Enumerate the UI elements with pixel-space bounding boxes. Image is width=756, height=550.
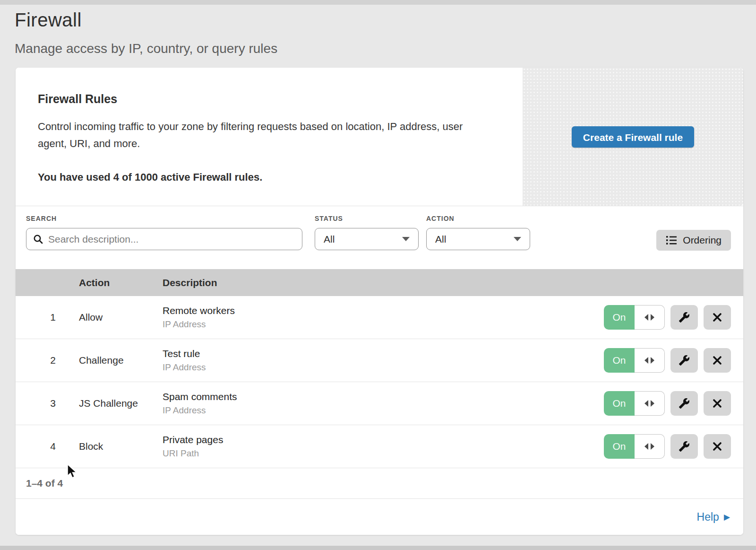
rule-match-type: IP Address	[163, 405, 604, 416]
rules-table-body: 1 Allow Remote workers IP Address On	[16, 296, 743, 468]
rule-description: Test rule	[163, 348, 604, 359]
search-label: SEARCH	[26, 215, 302, 222]
ordering-button[interactable]: Ordering	[656, 230, 731, 251]
firewall-rules-card: Firewall Rules Control incoming traffic …	[16, 68, 743, 535]
toggle-on-label: On	[604, 305, 635, 330]
description-column-header: Description	[163, 277, 743, 288]
status-select[interactable]: All	[315, 228, 419, 250]
toggle-arrows-icon	[635, 434, 665, 459]
rule-action: Block	[79, 441, 163, 452]
rule-description: Remote workers	[163, 305, 604, 316]
rule-description-cell: Private pages URI Path	[163, 434, 604, 459]
rule-action: Challenge	[79, 355, 163, 366]
action-selected-value: All	[435, 234, 446, 245]
x-icon	[713, 356, 722, 365]
rule-description-cell: Spam comments IP Address	[163, 391, 604, 416]
table-header: Action Description	[16, 269, 743, 296]
overview-heading: Firewall Rules	[38, 92, 490, 106]
create-rule-panel: Create a Firewall rule	[523, 68, 743, 206]
table-row: 3 JS Challenge Spam comments IP Address …	[16, 382, 743, 425]
action-column-header: Action	[79, 277, 163, 288]
chevron-down-icon	[514, 237, 521, 241]
page-subtitle: Manage access by IP, country, or query r…	[15, 41, 756, 56]
usage-summary: You have used 4 of 1000 active Firewall …	[38, 171, 490, 183]
action-select[interactable]: All	[426, 228, 530, 250]
wrench-icon	[679, 312, 690, 323]
page-header: Firewall Manage access by IP, country, o…	[0, 0, 756, 56]
overview-text: Firewall Rules Control incoming traffic …	[16, 68, 519, 206]
rule-priority: 2	[16, 355, 56, 366]
rule-controls: On	[604, 305, 743, 330]
chevron-down-icon	[402, 237, 410, 241]
edit-rule-button[interactable]	[670, 391, 698, 416]
edit-rule-button[interactable]	[670, 348, 698, 373]
rule-action: Allow	[79, 312, 163, 323]
rule-controls: On	[604, 391, 743, 416]
toggle-arrows-icon	[635, 305, 665, 330]
rule-controls: On	[604, 434, 743, 459]
action-filter: ACTION All	[419, 215, 530, 250]
card-footer: Help ▶	[16, 499, 743, 535]
rule-enabled-toggle[interactable]: On	[604, 348, 665, 373]
table-row: 1 Allow Remote workers IP Address On	[16, 296, 743, 339]
filter-bar: SEARCH STATUS All ACTION All	[16, 206, 743, 269]
rule-match-type: IP Address	[163, 319, 604, 330]
rule-enabled-toggle[interactable]: On	[604, 305, 665, 330]
search-icon	[33, 234, 43, 244]
search-input[interactable]	[48, 234, 295, 245]
table-row: 4 Block Private pages URI Path On	[16, 425, 743, 468]
page-title: Firewall	[15, 9, 756, 31]
help-link[interactable]: Help ▶	[697, 511, 730, 524]
table-row: 2 Challenge Test rule IP Address On	[16, 339, 743, 382]
delete-rule-button[interactable]	[704, 305, 731, 330]
pagination-status: 1–4 of 4	[16, 468, 743, 499]
ordered-list-icon	[666, 235, 677, 245]
wrench-icon	[679, 355, 690, 366]
create-firewall-rule-button[interactable]: Create a Firewall rule	[572, 126, 694, 148]
delete-rule-button[interactable]	[704, 434, 731, 459]
edit-rule-button[interactable]	[670, 434, 698, 459]
toggle-on-label: On	[604, 348, 635, 373]
wrench-icon	[679, 398, 690, 409]
overview-description: Control incoming traffic to your zone by…	[38, 118, 490, 152]
toggle-arrows-icon	[635, 391, 665, 416]
rule-description-cell: Remote workers IP Address	[163, 305, 604, 330]
rule-description: Spam comments	[163, 391, 604, 402]
rule-description: Private pages	[163, 434, 604, 445]
window-bottom-edge	[0, 546, 756, 550]
rule-enabled-toggle[interactable]: On	[604, 391, 665, 416]
toggle-on-label: On	[604, 391, 635, 416]
rule-match-type: IP Address	[163, 362, 604, 373]
status-selected-value: All	[324, 234, 335, 245]
edit-rule-button[interactable]	[670, 305, 698, 330]
help-link-label: Help	[697, 511, 719, 524]
action-label: ACTION	[426, 215, 530, 222]
window-top-edge	[0, 0, 756, 5]
rule-enabled-toggle[interactable]: On	[604, 434, 665, 459]
rule-controls: On	[604, 348, 743, 373]
x-icon	[713, 442, 722, 451]
rule-priority: 3	[16, 398, 56, 409]
delete-rule-button[interactable]	[704, 391, 731, 416]
overview-section: Firewall Rules Control incoming traffic …	[16, 68, 743, 206]
rule-priority: 1	[16, 312, 56, 323]
status-filter: STATUS All	[302, 215, 419, 250]
toggle-arrows-icon	[635, 348, 665, 373]
rule-description-cell: Test rule IP Address	[163, 348, 604, 373]
ordering-button-label: Ordering	[683, 235, 722, 246]
toggle-on-label: On	[604, 434, 635, 459]
search-filter: SEARCH	[26, 215, 302, 250]
rule-priority: 4	[16, 441, 56, 452]
search-box[interactable]	[26, 228, 302, 250]
x-icon	[713, 313, 722, 322]
delete-rule-button[interactable]	[704, 348, 731, 373]
arrow-right-icon: ▶	[724, 513, 730, 521]
rule-action: JS Challenge	[79, 398, 163, 409]
wrench-icon	[679, 441, 690, 452]
rule-match-type: URI Path	[163, 448, 604, 459]
status-label: STATUS	[315, 215, 419, 222]
x-icon	[713, 399, 722, 408]
